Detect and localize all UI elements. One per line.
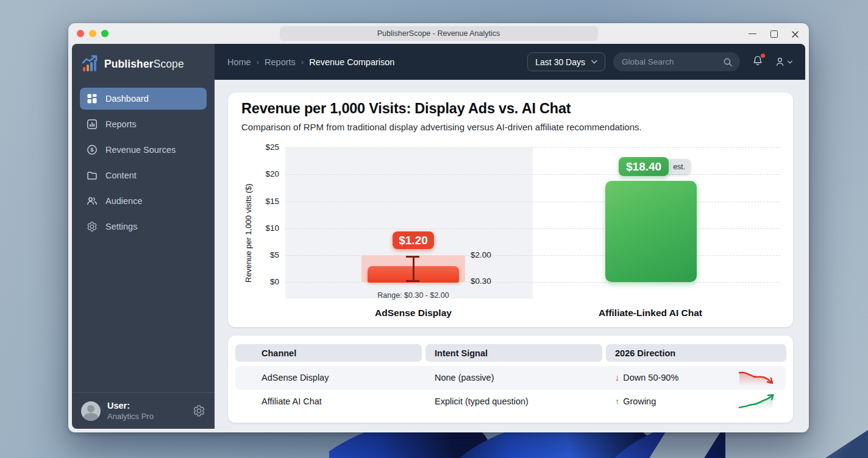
minimize-button[interactable] (749, 30, 756, 38)
sidebar-item-content[interactable]: Content (80, 164, 207, 186)
growth-chart-logo-icon (81, 55, 99, 73)
column-header-direction: 2026 Direction (606, 344, 786, 362)
y-tick: $25 (252, 143, 279, 152)
y-tick: $0 (252, 277, 279, 286)
date-range-select[interactable]: Last 30 Days (527, 52, 605, 71)
chevron-down-icon (591, 60, 597, 64)
chart-subtitle: Comparison of RPM from traditional displ… (241, 122, 642, 132)
zoom-traffic-button[interactable] (101, 30, 108, 37)
range-low-label: $0.30 (471, 277, 491, 286)
column-header-intent: Intent Signal (425, 344, 602, 362)
account-menu-button[interactable] (774, 56, 792, 68)
range-high-label: $2.00 (471, 250, 491, 259)
close-button[interactable] (791, 30, 799, 38)
sidebar-item-label: Settings (105, 222, 137, 231)
sidebar-nav: Dashboard Reports (72, 85, 215, 241)
cell-channel: AdSense Display (261, 366, 329, 390)
breadcrumb-reports[interactable]: Reports (265, 57, 296, 67)
y-axis-label: Revenue per 1,000 visits ($) (244, 147, 253, 283)
breadcrumb: Home › Reports › Revenue Comparison (227, 57, 394, 67)
user-settings-gear-icon[interactable] (193, 404, 205, 417)
y-tick: $20 (252, 169, 279, 178)
category-label-adsense: AdSense Display (375, 308, 452, 319)
brand-name: PublisherScope (104, 58, 184, 71)
chart-title: Revenue per 1,000 Visits: Display Ads vs… (241, 100, 571, 117)
ai-chat-value-badge: $18.40 (619, 157, 669, 176)
window-title: PublisherScope - Revenue Analytics (280, 26, 598, 41)
gear-icon (87, 221, 98, 232)
sidebar-item-label: Reports (105, 119, 137, 129)
range-caption: Range: $0.30 - $2.00 (377, 291, 449, 300)
user-label: User: (107, 401, 186, 410)
comparison-table-card: Channel Intent Signal 2026 Direction AdS… (228, 336, 793, 423)
svg-text:$: $ (90, 146, 94, 153)
cell-direction: ↓Down 50-90% (615, 366, 678, 390)
sidebar-item-reports[interactable]: Reports (80, 113, 207, 135)
sidebar: PublisherScope Dashboard (72, 44, 215, 429)
bar-chart-icon (87, 119, 98, 130)
top-bar: Home › Reports › Revenue Comparison Last… (215, 44, 805, 80)
breadcrumb-home[interactable]: Home (227, 57, 251, 67)
sidebar-item-label: Dashboard (105, 94, 149, 104)
maximize-button[interactable] (770, 30, 778, 38)
estimate-tag: est. (666, 159, 691, 174)
people-icon (87, 196, 98, 206)
brand-logo: PublisherScope (72, 44, 215, 85)
breadcrumb-current: Revenue Comparison (309, 57, 394, 67)
search-icon[interactable] (723, 57, 733, 67)
chevron-down-icon (788, 60, 792, 64)
notifications-button[interactable] (752, 55, 764, 69)
y-tick: $5 (252, 250, 279, 259)
notification-badge (761, 54, 765, 58)
y-tick: $10 (252, 224, 279, 233)
date-range-value: Last 30 Days (535, 57, 585, 67)
cell-direction: ↑Growing (615, 390, 656, 414)
error-bar-bottom-cap (406, 280, 419, 282)
column-header-channel: Channel (235, 344, 422, 362)
minimize-traffic-button[interactable] (89, 30, 96, 37)
cell-channel: Affiliate AI Chat (261, 390, 322, 414)
content-area: Revenue per 1,000 Visits: Display Ads vs… (215, 80, 805, 429)
sidebar-item-revenue-sources[interactable]: $ Revenue Sources (80, 139, 207, 161)
downward-trend-sparkline (738, 369, 775, 386)
breadcrumb-separator-icon: › (301, 57, 304, 66)
sidebar-item-audience[interactable]: Audience (80, 190, 207, 212)
ai-chat-badge-group: $18.40 est. (619, 157, 691, 176)
search-input[interactable] (622, 57, 723, 66)
y-tick: $15 (252, 197, 279, 206)
person-icon (774, 56, 786, 68)
table-row-adsense[interactable]: AdSense Display None (passive) ↓Down 50-… (235, 366, 786, 390)
adsense-value-badge: $1.20 (393, 231, 434, 249)
window-controls (749, 23, 799, 44)
dashboard-grid-icon (87, 93, 98, 104)
global-search (613, 52, 740, 71)
user-name: Analytics Pro (107, 412, 186, 421)
sidebar-item-label: Content (105, 171, 137, 180)
plot-area: $1.20 $2.00 $0.30 Range: $0.30 - $2.00 $… (285, 147, 780, 298)
traffic-lights (77, 30, 108, 37)
sidebar-item-label: Audience (105, 196, 142, 206)
app-window: PublisherScope - Revenue Analytics (68, 23, 809, 432)
up-arrow-icon: ↑ (615, 396, 619, 406)
title-bar[interactable]: PublisherScope - Revenue Analytics (68, 23, 809, 44)
avatar (81, 401, 101, 421)
cell-intent: None (passive) (435, 366, 494, 390)
dollar-circle-icon: $ (87, 144, 98, 155)
category-label-ai-chat: Affiliate-Linked AI Chat (599, 308, 702, 319)
folder-icon (87, 170, 98, 181)
revenue-chart-card: Revenue per 1,000 Visits: Display Ads vs… (228, 93, 793, 327)
ai-chat-bar[interactable] (605, 181, 697, 282)
table-row-ai-chat[interactable]: Affiliate AI Chat Explicit (typed questi… (235, 390, 786, 414)
sidebar-item-settings[interactable]: Settings (80, 216, 207, 238)
sidebar-item-dashboard[interactable]: Dashboard (80, 88, 207, 110)
error-bar-line (413, 256, 414, 281)
user-box: User: Analytics Pro (72, 392, 215, 429)
wallpaper-corner (825, 430, 868, 458)
sidebar-item-label: Revenue Sources (105, 145, 176, 155)
upward-trend-sparkline (738, 393, 775, 410)
breadcrumb-separator-icon: › (257, 57, 259, 66)
close-traffic-button[interactable] (77, 30, 84, 37)
down-arrow-icon: ↓ (615, 373, 619, 382)
desktop-wallpaper: PublisherScope - Revenue Analytics (0, 0, 868, 458)
cell-intent: Explicit (typed question) (435, 390, 528, 414)
